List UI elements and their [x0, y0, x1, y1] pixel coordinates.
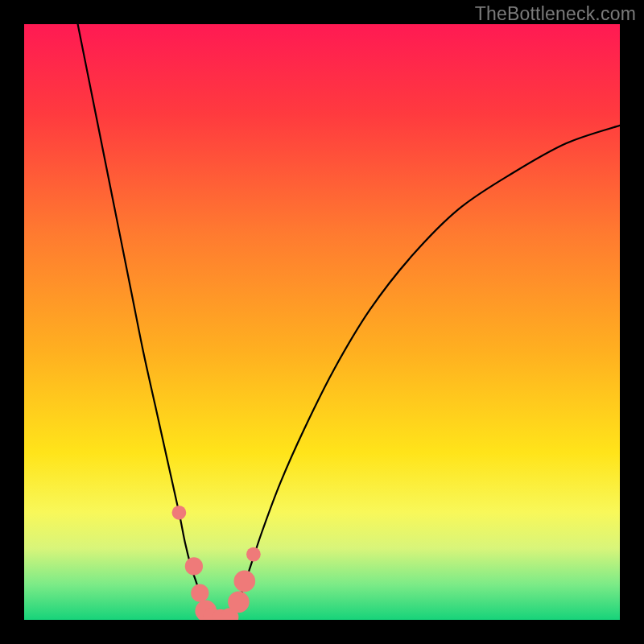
chart-curves	[24, 24, 620, 620]
watermark-text: TheBottleneck.com	[475, 3, 636, 25]
data-markers	[172, 506, 261, 620]
marker-dot	[191, 584, 208, 602]
curve-left-branch	[78, 24, 209, 620]
plot-area	[24, 24, 620, 620]
chart-frame: TheBottleneck.com	[0, 0, 644, 644]
marker-dot	[228, 591, 250, 613]
marker-dot	[185, 557, 203, 575]
curve-right-branch	[233, 126, 620, 620]
marker-dot	[246, 547, 261, 562]
marker-dot	[233, 571, 255, 592]
marker-dot	[172, 506, 187, 520]
